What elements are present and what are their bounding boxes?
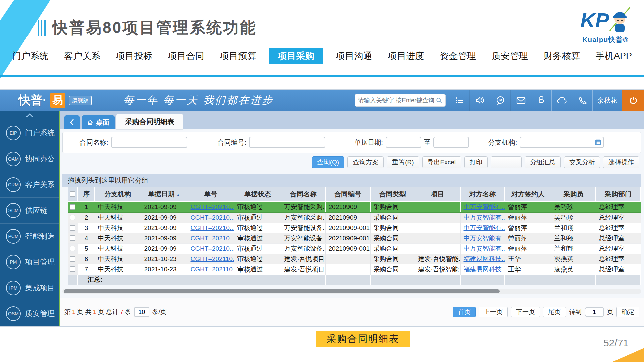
- menu-list-button[interactable]: [449, 90, 470, 111]
- column-header-7[interactable]: 合同编号: [325, 187, 370, 202]
- doc-date-to-input[interactable]: [433, 137, 469, 148]
- im-chat-icon: IM: [495, 95, 505, 105]
- current-user[interactable]: 余秋花: [592, 90, 622, 111]
- cell-link[interactable]: 中万安智能有...: [464, 214, 505, 221]
- sidebar-item-qsm[interactable]: QSM质安管理: [0, 301, 59, 326]
- page-button-4[interactable]: 尾页: [543, 307, 566, 317]
- column-header-4[interactable]: 单号: [187, 187, 234, 202]
- nav-tab-5[interactable]: 项目预算: [217, 48, 259, 64]
- doc-date-from-input[interactable]: [386, 137, 421, 148]
- scrollbar-thumb[interactable]: [64, 289, 500, 293]
- column-header-10[interactable]: 对方名称: [460, 187, 505, 202]
- cell-合同编号: 20210909-001: [325, 243, 370, 254]
- sidebar-item-eip[interactable]: EIP门户系统: [0, 120, 59, 146]
- nav-tab-3[interactable]: 项目投标: [113, 48, 155, 64]
- cell-link[interactable]: 中万安智能有...: [464, 224, 505, 231]
- tab-purchase-contract-report[interactable]: 采购合同明细表: [116, 114, 183, 129]
- cloud-button[interactable]: [551, 90, 572, 111]
- select-all-checkbox[interactable]: [70, 191, 75, 197]
- nav-tab-12[interactable]: 手机APP: [593, 48, 635, 64]
- sidebar-collapse-button[interactable]: [0, 111, 59, 120]
- table-row: 4中天科技2021-09-09CGHT–20210...审核通过万安智能设备..…: [68, 233, 641, 243]
- tab-desktop[interactable]: 桌面: [82, 115, 115, 129]
- speaker-button[interactable]: [470, 90, 490, 111]
- search-input[interactable]: [358, 97, 436, 104]
- nav-tab-11[interactable]: 财务核算: [541, 48, 583, 64]
- global-search[interactable]: [355, 94, 446, 107]
- horizontal-scrollbar[interactable]: [62, 289, 641, 294]
- row-checkbox[interactable]: [70, 266, 75, 272]
- cell-link[interactable]: 中万安智能有...: [464, 203, 505, 210]
- contract-no-input[interactable]: [249, 137, 325, 148]
- nav-tab-1[interactable]: 门户系统: [9, 48, 51, 64]
- cell-link[interactable]: 福建易网科技...: [464, 255, 505, 262]
- row-checkbox[interactable]: [70, 246, 75, 251]
- sidebar-item-oam[interactable]: OAM协同办公: [0, 146, 59, 172]
- cell-link[interactable]: 中万安智能有...: [464, 245, 505, 252]
- column-header-13[interactable]: 采购部门: [596, 187, 641, 202]
- sidebar-item-pcm[interactable]: PCM智能制造: [0, 223, 59, 249]
- mail-button[interactable]: [511, 90, 531, 111]
- cell-link[interactable]: 中万安智能有...: [464, 235, 505, 242]
- sidebar-item-crm[interactable]: CRM客户关系: [0, 172, 59, 197]
- confirm-button[interactable]: 确定: [616, 307, 639, 317]
- back-button[interactable]: [64, 115, 80, 129]
- row-checkbox[interactable]: [70, 204, 75, 210]
- nav-tab-8[interactable]: 项目进度: [385, 48, 427, 64]
- toolbar-button-3[interactable]: 重置(R): [387, 156, 419, 168]
- nav-tab-9[interactable]: 资金管理: [437, 48, 479, 64]
- page-size-input[interactable]: [134, 307, 149, 317]
- branch-input[interactable]: [520, 137, 604, 148]
- branch-lookup-icon[interactable]: [594, 139, 602, 146]
- nav-tab-7[interactable]: 项目沟通: [333, 48, 375, 64]
- goto-page-input[interactable]: [585, 307, 604, 317]
- cell-link[interactable]: CGHT–202110...: [191, 255, 234, 262]
- column-header-6[interactable]: 合同名称: [281, 187, 325, 202]
- cell-link[interactable]: CGHT–20210...: [191, 235, 234, 242]
- toolbar-button-2[interactable]: 查询方案: [347, 156, 384, 168]
- search-icon[interactable]: [436, 97, 442, 104]
- nav-tab-10[interactable]: 质安管理: [489, 48, 531, 64]
- im-chat-button[interactable]: IM: [490, 90, 511, 111]
- cell-link[interactable]: 福建易网科技...: [464, 266, 505, 273]
- toolbar-button-7[interactable]: 分组汇总: [525, 156, 561, 168]
- toolbar-button-1[interactable]: 查询(Q): [312, 156, 344, 168]
- nav-tab-4[interactable]: 项目合同: [165, 48, 207, 64]
- user-stamp-button[interactable]: [531, 90, 551, 111]
- sidebar-item-pm[interactable]: PM项目管理: [0, 249, 59, 275]
- toolbar-empty-button[interactable]: [491, 156, 522, 168]
- column-header-1[interactable]: 序: [78, 187, 95, 202]
- page-button-3[interactable]: 下一页: [511, 307, 540, 317]
- sidebar-item-scm[interactable]: SCM供应链: [0, 197, 59, 223]
- column-header-12[interactable]: 采购员: [551, 187, 596, 202]
- toolbar-button-4[interactable]: 导出Excel: [422, 156, 461, 168]
- column-header-5[interactable]: 单据状态: [234, 187, 281, 202]
- cell-link[interactable]: CGHT–20210...: [191, 245, 234, 252]
- column-header-3[interactable]: 单据日期▲: [141, 187, 187, 202]
- toolbar-button-8[interactable]: 交叉分析: [564, 156, 600, 168]
- page-button-2[interactable]: 上一页: [479, 307, 508, 317]
- cell-link[interactable]: CGHT–20210...: [191, 224, 234, 231]
- sidebar-item-ipm[interactable]: IPM集成项目: [0, 275, 59, 301]
- group-drop-zone[interactable]: 拖拽列头到这里以用它分组: [62, 174, 641, 187]
- row-checkbox[interactable]: [70, 235, 75, 241]
- cell-link[interactable]: CGHT–20210...: [191, 203, 234, 210]
- toolbar-button-9[interactable]: 选择操作: [603, 156, 639, 168]
- logout-power-button[interactable]: [622, 90, 644, 111]
- column-header-2[interactable]: 分支机构: [95, 187, 141, 202]
- column-header-11[interactable]: 对方签约人: [505, 187, 551, 202]
- page-button-1[interactable]: 首页: [453, 307, 476, 317]
- row-checkbox[interactable]: [70, 256, 75, 262]
- row-checkbox[interactable]: [70, 215, 75, 220]
- column-header-8[interactable]: 合同类型: [370, 187, 415, 202]
- nav-tab-6[interactable]: 项目采购: [269, 48, 323, 64]
- cell-采购员: 兰和翔: [551, 243, 596, 254]
- contract-name-input[interactable]: [111, 137, 187, 148]
- toolbar-button-5[interactable]: 打印: [464, 156, 488, 168]
- cell-link[interactable]: CGHT–202110...: [191, 266, 234, 273]
- phone-button[interactable]: [572, 90, 592, 111]
- row-checkbox[interactable]: [70, 225, 75, 231]
- column-header-9[interactable]: 项目: [415, 187, 460, 202]
- cell-link[interactable]: CGHT–20210...: [191, 214, 234, 221]
- nav-tab-2[interactable]: 客户关系: [61, 48, 103, 64]
